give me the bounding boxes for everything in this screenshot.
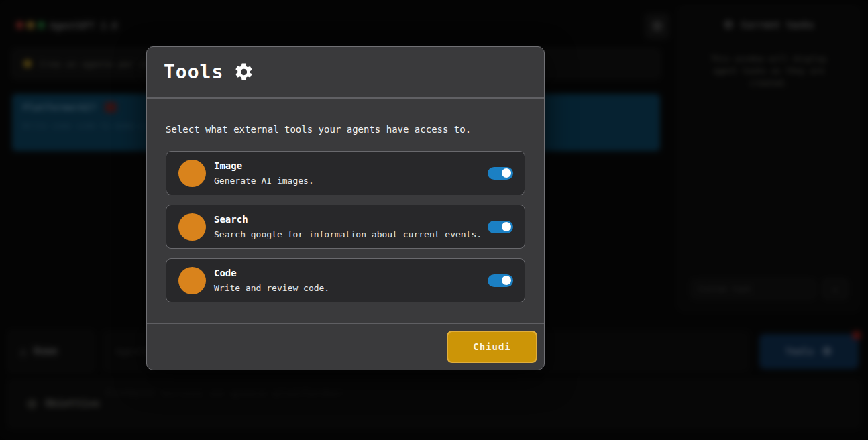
gear-icon bbox=[233, 62, 254, 82]
modal-description: Select what external tools your agents h… bbox=[166, 124, 525, 135]
modal-body: Select what external tools your agents h… bbox=[147, 124, 544, 302]
tool-title: Image bbox=[214, 160, 314, 171]
search-tool-icon bbox=[178, 213, 206, 241]
tools-modal: Tools Select what external tools your ag… bbox=[146, 46, 545, 370]
tool-description: Search google for information about curr… bbox=[214, 229, 482, 239]
image-toggle[interactable] bbox=[488, 167, 513, 180]
code-tool-icon bbox=[178, 267, 206, 294]
code-toggle[interactable] bbox=[488, 274, 513, 287]
app-window: AgentGPT 2.0 Crea un agente per iniziare… bbox=[0, 0, 868, 440]
tool-title: Code bbox=[214, 268, 329, 278]
tool-list: Image Generate AI images. Search Search … bbox=[166, 151, 525, 302]
search-toggle[interactable] bbox=[488, 221, 513, 233]
close-modal-button[interactable]: Chiudi bbox=[447, 331, 537, 363]
toggle-knob bbox=[502, 168, 511, 178]
modal-title: Tools bbox=[164, 61, 223, 83]
modal-footer: Chiudi bbox=[147, 323, 544, 370]
tool-title: Search bbox=[214, 214, 482, 225]
tool-row-code[interactable]: Code Write and review code. bbox=[166, 258, 525, 302]
tool-row-image[interactable]: Image Generate AI images. bbox=[166, 151, 525, 195]
tool-description: Write and review code. bbox=[214, 283, 329, 293]
modal-header: Tools bbox=[147, 47, 544, 99]
image-tool-icon bbox=[178, 160, 206, 187]
toggle-knob bbox=[502, 222, 511, 231]
tool-description: Generate AI images. bbox=[214, 176, 314, 186]
tool-row-search[interactable]: Search Search google for information abo… bbox=[166, 205, 525, 249]
toggle-knob bbox=[502, 276, 511, 285]
